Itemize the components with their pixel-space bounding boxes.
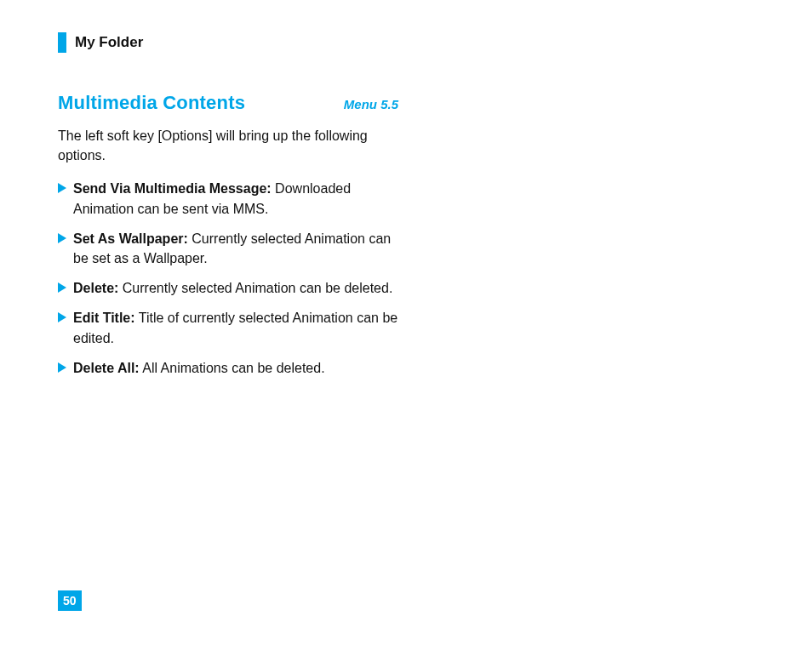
section-title-row: Multimedia Contents Menu 5.5 [58,92,398,114]
list-item: Send Via Multimedia Message: Downloaded … [58,179,398,218]
header-title: My Folder [75,34,143,51]
list-item: Set As Wallpaper: Currently selected Ani… [58,229,398,268]
list-item-text: Delete: Currently selected Animation can… [73,278,398,298]
list-item-bold: Set As Wallpaper: [73,231,188,246]
list-item-bold: Delete: [73,281,118,295]
triangle-right-icon [58,233,66,268]
list-item-rest: All Animations can be deleted. [140,361,325,375]
list-item-bold: Edit Title: [73,311,135,325]
section-intro: The left soft key [Options] will bring u… [58,126,398,165]
menu-label: Menu 5.5 [344,97,398,111]
list-item-text: Delete All: All Animations can be delete… [73,358,398,378]
triangle-right-icon [58,362,66,378]
page-number: 50 [58,590,82,611]
triangle-right-icon [58,183,66,218]
list-item: Edit Title: Title of currently selected … [58,308,398,347]
list-item-bold: Delete All: [73,361,140,375]
list-item-text: Set As Wallpaper: Currently selected Ani… [73,229,398,268]
list-item: Delete All: All Animations can be delete… [58,358,398,378]
page-header: My Folder [58,32,761,53]
svg-marker-0 [58,183,66,193]
list-item-text: Edit Title: Title of currently selected … [73,308,398,347]
list-item: Delete: Currently selected Animation can… [58,278,398,298]
header-accent-bar [58,32,66,53]
list-item-rest: Currently selected Animation can be dele… [118,281,392,295]
svg-marker-3 [58,312,66,322]
section-title: Multimedia Contents [58,92,245,114]
content-column: Multimedia Contents Menu 5.5 The left so… [58,92,398,378]
list-item-text: Send Via Multimedia Message: Downloaded … [73,179,398,218]
triangle-right-icon [58,312,66,347]
page: My Folder Multimedia Contents Menu 5.5 T… [0,0,812,650]
svg-marker-2 [58,282,66,293]
list-item-bold: Send Via Multimedia Message: [73,181,272,196]
svg-marker-1 [58,233,66,243]
svg-marker-4 [58,362,66,373]
triangle-right-icon [58,282,66,298]
